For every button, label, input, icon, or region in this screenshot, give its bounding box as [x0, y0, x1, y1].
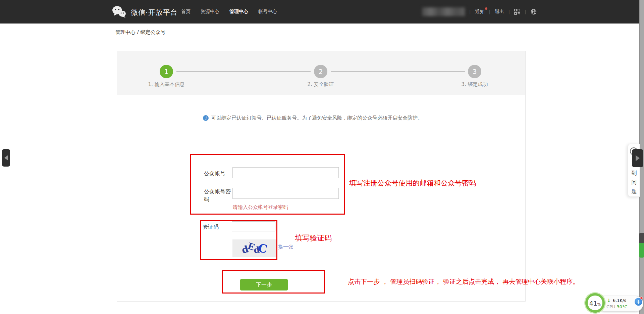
captcha-refresh-link[interactable]: 换一张: [278, 244, 293, 250]
step-1-basic-info: 1 1. 输入基本信息: [129, 65, 203, 88]
nav-separator: |: [469, 9, 471, 14]
account-input[interactable]: [232, 167, 339, 178]
top-navbar: 微信·开放平台 首页 资源中心 管理中心 帐号中心 | 通知 | 退出 | |: [0, 0, 640, 24]
triangle-right-icon: [636, 155, 640, 161]
step-2-circle: 2: [314, 65, 327, 78]
notification-badge-dot: [485, 7, 487, 10]
nav-right-group: | 通知 | 退出 | |: [422, 0, 537, 24]
steps-header: 1 1. 输入基本信息 2 2. 安全验证 3 3. 绑定成功: [117, 51, 525, 95]
notice-text: 可以绑定已认证订阅号、已认证服务号。为了避免安全风险，绑定的公众号必须开启安全防…: [211, 115, 423, 121]
captcha-image[interactable]: d E d C: [232, 239, 276, 257]
nav-item-account[interactable]: 帐号中心: [258, 9, 277, 15]
download-arrow-icon: ↓: [607, 298, 611, 303]
network-speed-row: ↓ 6.1K/s: [607, 298, 626, 303]
next-step-button[interactable]: 下一步: [240, 279, 288, 290]
brand[interactable]: 微信·开放平台: [111, 5, 178, 19]
nav-separator: |: [508, 9, 510, 14]
annotation-text-submit: 点击下一步 ， 管理员扫码验证， 验证之后点击完成， 再去管理中心关联小程序。: [348, 277, 579, 286]
step-3-bind-success: 3 3. 绑定成功: [438, 65, 512, 88]
brand-title: 微信·开放平台: [131, 8, 178, 17]
triangle-left-icon: [4, 155, 8, 161]
captcha-char: C: [257, 241, 269, 256]
step-3-circle: 3: [468, 65, 481, 78]
wechat-logo-icon: [111, 5, 127, 19]
annotation-text-captcha: 填写验证码: [295, 233, 332, 243]
account-label: 公众帐号: [204, 170, 231, 177]
nav-separator: |: [525, 9, 526, 14]
nav-separator: |: [489, 9, 490, 14]
captcha-input[interactable]: [232, 221, 275, 231]
percent-symbol: %: [597, 302, 601, 307]
cpu-temp-value: 30°C: [617, 304, 628, 309]
info-icon: i: [203, 115, 209, 121]
nav-menu: 首页 资源中心 管理中心 帐号中心: [181, 0, 277, 24]
nav-item-resources[interactable]: 资源中心: [201, 9, 219, 15]
nav-item-home[interactable]: 首页: [181, 9, 191, 15]
password-input[interactable]: [232, 188, 339, 199]
notice-bar: i 可以绑定已认证订阅号、已认证服务号。为了避免安全风险，绑定的公众号必须开启安…: [203, 115, 423, 121]
right-collapse-button[interactable]: [632, 149, 643, 167]
step-3-label: 3. 绑定成功: [438, 81, 512, 88]
qr-code-icon[interactable]: [514, 9, 520, 15]
notifications-link[interactable]: 通知: [475, 9, 484, 15]
left-collapse-button[interactable]: [2, 149, 10, 167]
cpu-label: CPU: [606, 304, 615, 309]
wechat-open-platform-page: 微信·开放平台 首页 资源中心 管理中心 帐号中心 | 通知 | 退出 | |: [0, 0, 644, 314]
annotation-text-credentials: 填写注册公众号使用的邮箱和公众号密码: [349, 178, 476, 188]
scrollbar-thumb[interactable]: [639, 233, 644, 258]
username-redacted[interactable]: [422, 7, 465, 16]
download-speed-value: 6.1K/s: [613, 298, 626, 303]
captcha-label: 验证码: [203, 223, 219, 231]
system-monitor-widget[interactable]: 41% ↓ 6.1K/s CPU 30°C +: [585, 293, 644, 314]
memory-percent-value: 41: [589, 300, 597, 307]
monitor-alert-dot: [640, 297, 643, 300]
step-1-circle: 1: [160, 65, 173, 78]
step-2-label: 2. 安全验证: [284, 81, 358, 88]
breadcrumb: 管理中心 / 绑定公众号: [115, 29, 166, 36]
logout-link[interactable]: 退出: [495, 9, 504, 15]
memory-percent-ring[interactable]: 41%: [585, 293, 605, 313]
password-error-text: 请输入公众帐号登录密码: [233, 204, 288, 211]
step-1-label: 1. 输入基本信息: [129, 81, 203, 88]
cpu-temp-row: CPU 30°C: [606, 304, 628, 309]
password-label: 公众帐号密码: [204, 188, 233, 203]
language-globe-icon[interactable]: [531, 9, 537, 15]
bind-account-card: 1 1. 输入基本信息 2 2. 安全验证 3 3. 绑定成功 i 可以绑定已认…: [117, 51, 526, 302]
nav-item-management[interactable]: 管理中心: [229, 9, 248, 15]
step-2-security-check: 2 2. 安全验证: [284, 65, 358, 88]
